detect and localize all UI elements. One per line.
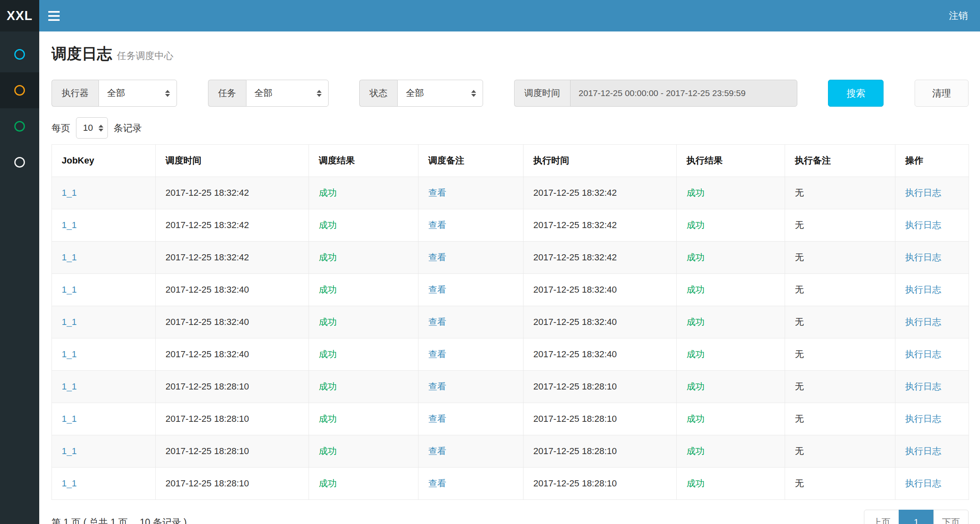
exec-log-link[interactable]: 执行日志 — [905, 284, 941, 295]
jobkey-link[interactable]: 1_1 — [62, 252, 77, 262]
page-size-value: 10 — [83, 123, 93, 133]
jobkey-cell: 1_1 — [52, 242, 156, 274]
trigger-time-cell: 2017-12-25 18:28:10 — [156, 468, 309, 500]
handle-msg-cell: 无 — [785, 209, 895, 242]
col-header-trigger-msg: 调度备注 — [418, 145, 524, 177]
action-cell: 执行日志 — [895, 177, 969, 209]
handle-msg-cell: 无 — [785, 177, 895, 209]
table-row: 1_1 2017-12-25 18:32:40 成功 查看 2017-12-25… — [52, 338, 969, 371]
exec-log-link[interactable]: 执行日志 — [905, 446, 941, 456]
trigger-result-cell: 成功 — [309, 338, 418, 371]
col-header-trigger-time: 调度时间 — [156, 145, 309, 177]
jobkey-cell: 1_1 — [52, 338, 156, 371]
page-subtitle: 任务调度中心 — [117, 49, 173, 62]
handle-msg-cell: 无 — [785, 338, 895, 371]
trigger-msg-link[interactable]: 查看 — [428, 284, 446, 295]
jobkey-link[interactable]: 1_1 — [62, 349, 77, 359]
action-cell: 执行日志 — [895, 209, 969, 242]
jobkey-cell: 1_1 — [52, 371, 156, 403]
search-button[interactable]: 搜索 — [828, 80, 884, 107]
table-row: 1_1 2017-12-25 18:28:10 成功 查看 2017-12-25… — [52, 435, 969, 468]
page-size-row: 每页 10 条记录 — [51, 117, 969, 139]
trigger-msg-link[interactable]: 查看 — [428, 414, 446, 424]
exec-log-link[interactable]: 执行日志 — [905, 317, 941, 327]
trigger-msg-cell: 查看 — [418, 338, 524, 371]
exec-log-link[interactable]: 执行日志 — [905, 381, 941, 392]
clear-button[interactable]: 清理 — [915, 80, 969, 107]
trigger-msg-link[interactable]: 查看 — [428, 381, 446, 392]
prev-page-button[interactable]: 上页 — [864, 510, 899, 524]
exec-log-link[interactable]: 执行日志 — [905, 349, 941, 359]
jobkey-cell: 1_1 — [52, 435, 156, 468]
handle-time-cell: 2017-12-25 18:32:42 — [524, 242, 677, 274]
jobkey-cell: 1_1 — [52, 274, 156, 306]
page-size-select[interactable]: 10 — [76, 117, 108, 139]
trigger-time-cell: 2017-12-25 18:32:40 — [156, 274, 309, 306]
logout-link[interactable]: 注销 — [937, 0, 980, 31]
trigger-time-range-input[interactable] — [570, 80, 797, 107]
action-cell: 执行日志 — [895, 338, 969, 371]
handle-result-cell: 成功 — [677, 242, 785, 274]
handle-msg-cell: 无 — [785, 435, 895, 468]
trigger-result-cell: 成功 — [309, 306, 418, 338]
exec-log-link[interactable]: 执行日志 — [905, 414, 941, 424]
app-logo[interactable]: XXL — [0, 0, 39, 31]
col-header-action: 操作 — [895, 145, 969, 177]
trigger-msg-link[interactable]: 查看 — [428, 188, 446, 198]
executor-select[interactable]: 全部 — [98, 80, 177, 107]
sidebar-item-3[interactable] — [0, 108, 39, 144]
jobkey-link[interactable]: 1_1 — [62, 414, 77, 424]
exec-log-link[interactable]: 执行日志 — [905, 220, 941, 230]
handle-msg-cell: 无 — [785, 371, 895, 403]
jobkey-cell: 1_1 — [52, 306, 156, 338]
trigger-msg-cell: 查看 — [418, 403, 524, 435]
handle-time-cell: 2017-12-25 18:32:40 — [524, 274, 677, 306]
col-header-handle-msg: 执行备注 — [785, 145, 895, 177]
jobkey-link[interactable]: 1_1 — [62, 220, 77, 230]
table-row: 1_1 2017-12-25 18:32:40 成功 查看 2017-12-25… — [52, 306, 969, 338]
table-row: 1_1 2017-12-25 18:28:10 成功 查看 2017-12-25… — [52, 403, 969, 435]
status-select[interactable]: 全部 — [397, 80, 483, 107]
next-page-button[interactable]: 下页 — [933, 510, 969, 524]
action-cell: 执行日志 — [895, 371, 969, 403]
action-cell: 执行日志 — [895, 435, 969, 468]
jobkey-link[interactable]: 1_1 — [62, 446, 77, 456]
jobkey-link[interactable]: 1_1 — [62, 478, 77, 488]
trigger-msg-link[interactable]: 查看 — [428, 317, 446, 327]
handle-time-cell: 2017-12-25 18:28:10 — [524, 403, 677, 435]
trigger-msg-link[interactable]: 查看 — [428, 220, 446, 230]
trigger-msg-link[interactable]: 查看 — [428, 349, 446, 359]
exec-log-link[interactable]: 执行日志 — [905, 188, 941, 198]
job-filter-label: 任务 — [208, 80, 246, 107]
sidebar-item-2[interactable] — [0, 72, 39, 108]
sidebar-item-1[interactable] — [0, 36, 39, 72]
jobkey-link[interactable]: 1_1 — [62, 284, 77, 295]
trigger-result-cell: 成功 — [309, 403, 418, 435]
sidebar-toggle-button[interactable] — [39, 0, 69, 31]
action-cell: 执行日志 — [895, 468, 969, 500]
current-page-button[interactable]: 1 — [899, 510, 934, 524]
trigger-result-cell: 成功 — [309, 242, 418, 274]
handle-result-cell: 成功 — [677, 435, 785, 468]
trigger-msg-link[interactable]: 查看 — [428, 478, 446, 488]
navbar-main: 注销 — [39, 0, 980, 31]
trigger-time-cell: 2017-12-25 18:32:42 — [156, 242, 309, 274]
trigger-msg-cell: 查看 — [418, 371, 524, 403]
jobkey-link[interactable]: 1_1 — [62, 317, 77, 327]
handle-result-cell: 成功 — [677, 403, 785, 435]
job-select[interactable]: 全部 — [246, 80, 329, 107]
job-select-value: 全部 — [255, 87, 273, 99]
jobkey-link[interactable]: 1_1 — [62, 188, 77, 198]
action-cell: 执行日志 — [895, 274, 969, 306]
sidebar-item-4[interactable] — [0, 144, 39, 180]
select-arrows-icon — [98, 125, 103, 132]
trigger-msg-link[interactable]: 查看 — [428, 446, 446, 456]
exec-log-link[interactable]: 执行日志 — [905, 478, 941, 488]
jobkey-link[interactable]: 1_1 — [62, 381, 77, 392]
jobkey-cell: 1_1 — [52, 468, 156, 500]
trigger-msg-link[interactable]: 查看 — [428, 252, 446, 262]
exec-log-link[interactable]: 执行日志 — [905, 252, 941, 262]
table-row: 1_1 2017-12-25 18:32:42 成功 查看 2017-12-25… — [52, 177, 969, 209]
trigger-time-cell: 2017-12-25 18:28:10 — [156, 403, 309, 435]
trigger-msg-cell: 查看 — [418, 242, 524, 274]
